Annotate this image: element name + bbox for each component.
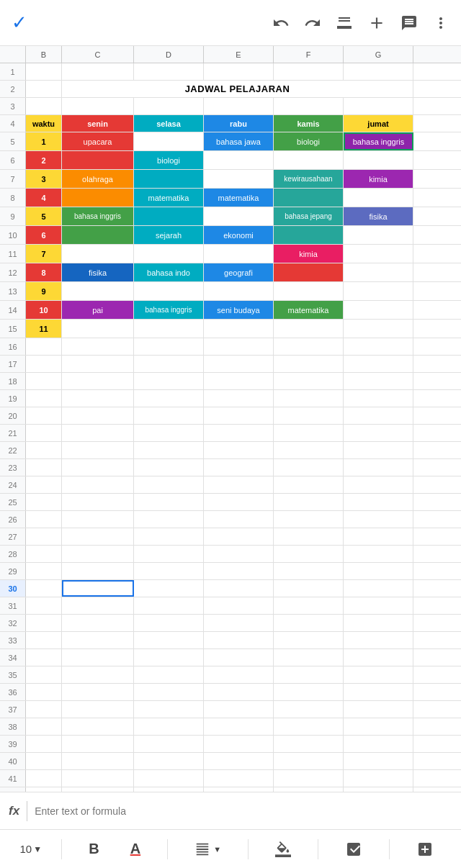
cell-c7[interactable]: olahraga	[62, 170, 134, 188]
header-waktu[interactable]: waktu	[26, 115, 62, 132]
cell-d7[interactable]	[134, 170, 204, 188]
cell-c14[interactable]: pai	[62, 301, 134, 319]
cell-g11[interactable]	[344, 245, 413, 263]
cell-f10[interactable]	[274, 226, 344, 244]
add-button[interactable]	[367, 14, 386, 32]
more-options-button[interactable]	[432, 14, 449, 32]
cell-g6[interactable]	[344, 151, 413, 169]
cell-d14[interactable]: bahasa inggris	[134, 301, 204, 319]
cell-b1[interactable]	[26, 63, 62, 80]
header-kamis[interactable]: kamis	[274, 115, 344, 132]
title-cell[interactable]: JADWAL PELAJARAN	[62, 81, 413, 97]
font-color-button[interactable]: A	[123, 836, 148, 862]
cell-c10[interactable]	[62, 226, 134, 244]
cell-f7[interactable]: kewirausahaan	[274, 170, 344, 188]
header-rabu[interactable]: rabu	[204, 115, 274, 132]
cell-g30[interactable]	[344, 580, 413, 597]
font-size-chevron[interactable]: ▼	[33, 844, 42, 854]
cell-f14[interactable]: matematika	[274, 301, 344, 319]
cell-g9[interactable]: fisika	[344, 207, 413, 225]
cell-f12[interactable]	[274, 263, 344, 281]
cell-g14[interactable]	[344, 301, 413, 319]
cell-f9[interactable]: bahasa jepang	[274, 207, 344, 225]
cell-c1[interactable]	[62, 63, 134, 80]
cell-e3[interactable]	[204, 98, 274, 114]
cell-e10[interactable]: ekonomi	[204, 226, 274, 244]
cell-c11[interactable]	[62, 245, 134, 263]
cell-c30-selected[interactable]	[62, 580, 134, 597]
fill-color-button[interactable]	[268, 837, 298, 862]
cell-f15[interactable]	[274, 320, 344, 338]
cell-b12[interactable]: 8	[26, 263, 62, 281]
cell-f13[interactable]	[274, 282, 344, 300]
cell-e7[interactable]	[204, 170, 274, 188]
cell-b14[interactable]: 10	[26, 301, 62, 319]
cell-d10[interactable]: sejarah	[134, 226, 204, 244]
undo-button[interactable]	[272, 14, 290, 32]
cell-e8[interactable]: matematika	[204, 189, 274, 207]
cell-b10[interactable]: 6	[26, 226, 62, 244]
align-button[interactable]: ▼	[187, 837, 228, 862]
cell-e12[interactable]: geografi	[204, 263, 274, 281]
cell-d9[interactable]	[134, 207, 204, 225]
cell-g5[interactable]: bahasa inggris	[344, 132, 413, 150]
cell-g1[interactable]	[344, 63, 413, 80]
cell-g3[interactable]	[344, 98, 413, 114]
cell-b13[interactable]: 9	[26, 282, 62, 300]
cell-g8[interactable]	[344, 189, 413, 207]
cell-b30[interactable]	[26, 580, 62, 597]
cell-d5[interactable]	[134, 132, 204, 150]
cell-g7[interactable]: kimia	[344, 170, 413, 188]
cell-d3[interactable]	[134, 98, 204, 114]
save-sheet-button[interactable]	[338, 836, 370, 862]
cell-e9[interactable]	[204, 207, 274, 225]
cell-d6[interactable]: biologi	[134, 151, 204, 169]
cell-f6[interactable]	[274, 151, 344, 169]
cell-d8[interactable]: matematika	[134, 189, 204, 207]
cell-f11[interactable]: kimia	[274, 245, 344, 263]
cell-d15[interactable]	[134, 320, 204, 338]
cell-f30[interactable]	[274, 580, 344, 597]
cell-c12[interactable]: fisika	[62, 263, 134, 281]
cell-g10[interactable]	[344, 226, 413, 244]
header-jumat[interactable]: jumat	[344, 115, 413, 132]
cell-b5[interactable]: 1	[26, 132, 62, 150]
cell-e14[interactable]: seni budaya	[204, 301, 274, 319]
cell-e30[interactable]	[204, 580, 274, 597]
cell-b3[interactable]	[26, 98, 62, 114]
cell-f1[interactable]	[274, 63, 344, 80]
cell-c6[interactable]	[62, 151, 134, 169]
col-header-b[interactable]: B	[26, 46, 62, 63]
cell-b15[interactable]: 11	[26, 320, 62, 338]
cell-c15[interactable]	[62, 320, 134, 338]
cell-d1[interactable]	[134, 63, 204, 80]
col-header-f[interactable]: F	[274, 46, 344, 63]
cell-c13[interactable]	[62, 282, 134, 300]
col-header-e[interactable]: E	[204, 46, 274, 63]
bold-button[interactable]: B	[81, 836, 106, 862]
formula-input[interactable]	[35, 805, 452, 817]
cell-f3[interactable]	[274, 98, 344, 114]
cell-e11[interactable]	[204, 245, 274, 263]
insert-sheet-button[interactable]	[409, 836, 441, 862]
redo-button[interactable]	[304, 14, 321, 32]
cell-b9[interactable]: 5	[26, 207, 62, 225]
cell-b7[interactable]: 3	[26, 170, 62, 188]
col-header-g[interactable]: G	[344, 46, 413, 63]
cell-c9[interactable]: bahasa inggris	[62, 207, 134, 225]
cell-c3[interactable]	[62, 98, 134, 114]
header-senin[interactable]: senin	[62, 115, 134, 132]
font-size-selector[interactable]: 10 ▼	[20, 843, 42, 855]
col-header-c[interactable]: C	[62, 46, 134, 63]
col-header-d[interactable]: D	[134, 46, 204, 63]
font-format-button[interactable]	[336, 14, 353, 32]
cell-b6[interactable]: 2	[26, 151, 62, 169]
cell-f5[interactable]: biologi	[274, 132, 344, 150]
cell-c5[interactable]: upacara	[62, 132, 134, 150]
cell-b2[interactable]	[26, 81, 62, 97]
cell-c8[interactable]	[62, 189, 134, 207]
cell-f8[interactable]	[274, 189, 344, 207]
cell-e1[interactable]	[204, 63, 274, 80]
cell-g12[interactable]	[344, 263, 413, 281]
cell-g13[interactable]	[344, 282, 413, 300]
